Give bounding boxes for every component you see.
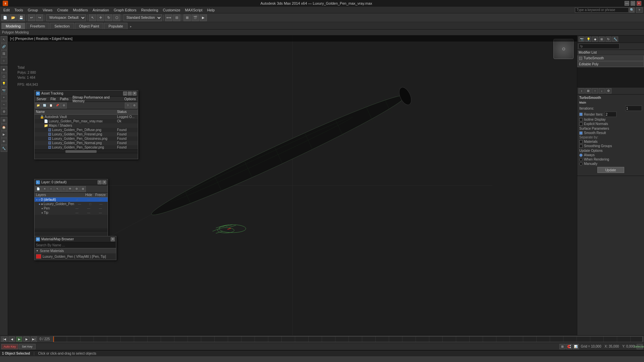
rp-ico-3[interactable]: ↑	[592, 88, 598, 94]
layer-btn-move[interactable]: ↑	[61, 186, 67, 192]
at-btn-1[interactable]: 📁	[35, 103, 41, 109]
lights-tool[interactable]: 💡	[1, 80, 7, 87]
at-settings-btn[interactable]: ⚙	[131, 103, 137, 109]
redo-button[interactable]: ↪	[36, 14, 43, 21]
nav-cube[interactable]: ⬡	[553, 39, 574, 59]
menu-animation[interactable]: Animation	[91, 7, 111, 13]
rp-ico-4[interactable]: ↓	[599, 88, 605, 94]
spacewarps-tool[interactable]: ~	[1, 101, 7, 108]
list-item[interactable]: ● Pen — — —	[35, 206, 108, 210]
rotate-button[interactable]: ↻	[105, 14, 112, 21]
menu-customize[interactable]: Customize	[161, 7, 182, 13]
systems-tool[interactable]: ⚙	[1, 108, 7, 115]
scale-button[interactable]: ⬡	[113, 14, 120, 21]
menu-create[interactable]: Create	[55, 7, 70, 13]
unlink-tool[interactable]: ⛓	[1, 50, 7, 57]
mb-header[interactable]: M Material/Map Browser ✕	[35, 236, 116, 242]
minimize-button[interactable]: —	[625, 1, 629, 6]
next-frame-button[interactable]: ▶	[23, 337, 30, 342]
undo-button[interactable]: ↩	[28, 14, 35, 21]
modifier-tool[interactable]: ⊞	[1, 117, 7, 124]
menu-help[interactable]: Help	[205, 7, 217, 13]
materials-check[interactable]	[579, 140, 583, 143]
layer-btn-settings[interactable]: ⚙	[73, 186, 79, 192]
display-tool[interactable]: 👁	[1, 138, 7, 145]
modifier-check[interactable]	[579, 57, 582, 60]
geometry-tool[interactable]: ◆	[1, 66, 7, 73]
help-button[interactable]: ?	[636, 7, 643, 13]
shapes-tool[interactable]: ◻	[1, 73, 7, 80]
rp-search-input[interactable]	[579, 44, 620, 49]
at-resize-button[interactable]: □	[128, 92, 132, 96]
update-button[interactable]: Update	[597, 167, 624, 173]
list-item[interactable]: ● Tip — — —	[35, 210, 108, 215]
bind-tool[interactable]: ○	[1, 57, 7, 64]
menu-maxscript[interactable]: MAXScript	[183, 7, 205, 13]
layer-btn-add[interactable]: +	[48, 186, 54, 192]
tab-modeling[interactable]: Modeling	[1, 23, 25, 29]
rp-btn-2[interactable]: 💡	[585, 37, 591, 42]
at-btn-5[interactable]: ⚙	[61, 103, 67, 109]
prev-frame-button[interactable]: ◀	[9, 337, 15, 342]
select-tool[interactable]: ↖	[1, 36, 7, 43]
layer-btn-extra[interactable]: ⊞	[80, 186, 86, 192]
table-row[interactable]: 🖼Luxury_Golden_Pen_Specular.png Found	[35, 145, 138, 149]
at-scrollbar[interactable]	[35, 149, 138, 153]
rp-ico-2[interactable]: ⊞	[585, 88, 591, 94]
motion-tool[interactable]: ▶	[1, 131, 7, 138]
layer-panel-header[interactable]: L Layer: 0 (default) ? ✕	[35, 179, 108, 185]
at-table-container[interactable]: Name Status 🔒Autodesk Vault Logged O... …	[35, 109, 138, 149]
tab-populate[interactable]: Populate	[104, 23, 127, 29]
layer-btn-del[interactable]: ✕	[42, 186, 48, 192]
search-button[interactable]: 🔍	[629, 7, 635, 13]
menu-tools[interactable]: Tools	[12, 7, 25, 13]
table-row[interactable]: 🖼Luxury_Golden_Pen_Glossiness.png Found	[35, 136, 138, 141]
mb-scene-section[interactable]: ▼ Scene Materials	[35, 248, 116, 253]
render-setup[interactable]: 🎬	[192, 14, 199, 21]
go-end-button[interactable]: ▶|	[31, 337, 37, 342]
at-menu-bitmap[interactable]: Bitmap Performance and Memory	[72, 96, 121, 103]
mirror-button[interactable]: ⟺	[165, 14, 172, 21]
smooth-result-check[interactable]	[579, 131, 583, 135]
list-item[interactable]: ● ■ Luxury_Golden_Pen — □ —	[35, 202, 108, 206]
always-radio[interactable]	[579, 154, 583, 157]
link-tool[interactable]: 🔗	[1, 43, 7, 50]
set-key-button[interactable]: Set Key	[19, 344, 36, 349]
save-button[interactable]: 💾	[17, 14, 25, 21]
table-row[interactable]: 🖼Luxury_Golden_Pen_Diffuse.png Found	[35, 128, 138, 132]
grid-toggle[interactable]: ⊞	[559, 344, 566, 349]
render-iters-input[interactable]	[605, 112, 616, 117]
list-item[interactable]: ● ■ 0 (default) ✓ — —	[35, 197, 108, 202]
smoothing-groups-check[interactable]	[579, 144, 583, 148]
modifier-turbosmooth[interactable]: TurboSmooth	[577, 55, 644, 61]
rp-btn-3[interactable]: ◆	[592, 37, 598, 42]
new-button[interactable]: 📄	[1, 14, 9, 21]
rp-btn-5[interactable]: ↻	[605, 37, 611, 42]
selection-dropdown[interactable]: Standard Selection	[123, 14, 162, 21]
iterations-input[interactable]	[625, 106, 642, 111]
layer-help-btn[interactable]: ?	[98, 180, 102, 184]
at-menu-options[interactable]: Options	[124, 97, 137, 101]
layer-btn-view[interactable]: 👁	[67, 186, 73, 192]
viewport[interactable]: Total Polys: 2 880 Verts: 1 464 FPS: 464…	[8, 36, 577, 335]
move-button[interactable]: ✛	[97, 14, 104, 21]
explicit-normals-check[interactable]	[579, 122, 583, 126]
when-rendering-radio[interactable]	[579, 158, 583, 161]
tab-object-paint[interactable]: Object Paint	[75, 23, 104, 29]
select-button[interactable]: ↖	[89, 14, 96, 21]
helpers-tool[interactable]: +	[1, 94, 7, 101]
table-row[interactable]: 📁Maps / Shaders	[35, 123, 138, 128]
at-menu-file[interactable]: File	[50, 97, 56, 101]
menu-edit[interactable]: Edit	[1, 7, 12, 13]
layer-btn-new[interactable]: 📄	[35, 186, 41, 192]
render-button[interactable]: ▶	[200, 14, 207, 21]
menu-views[interactable]: Views	[41, 7, 54, 13]
layer-close-btn[interactable]: ✕	[102, 180, 106, 184]
maximize-button[interactable]: □	[631, 1, 635, 6]
at-close-button[interactable]: ✕	[132, 92, 137, 96]
menu-group[interactable]: Group	[26, 7, 40, 13]
snap-toggle[interactable]: 🧲	[566, 344, 572, 349]
tab-more[interactable]: ▸	[128, 24, 134, 29]
search-input[interactable]	[575, 7, 629, 13]
layer-btn-select[interactable]: ↖	[54, 186, 60, 192]
